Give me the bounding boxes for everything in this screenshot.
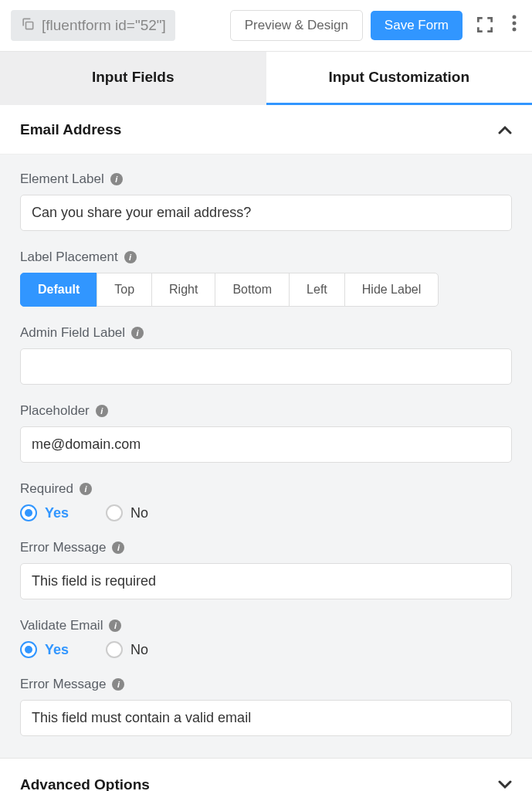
label-placement-segments: Default Top Right Bottom Left Hide Label (20, 273, 512, 307)
error-message-required-input[interactable] (20, 563, 512, 599)
validate-email-radio-group: Yes No (20, 641, 512, 658)
required-no-option[interactable]: No (106, 504, 148, 521)
tab-bar: Input Fields Input Customization (0, 51, 532, 105)
info-icon[interactable]: i (112, 678, 124, 691)
copy-icon (20, 16, 36, 35)
segment-left[interactable]: Left (289, 273, 345, 307)
admin-field-label-text: Admin Field Label (20, 325, 125, 341)
error-message-label-text: Error Message (20, 540, 106, 555)
placeholder-label-text: Placeholder (20, 403, 90, 419)
error-message-email-input[interactable] (20, 700, 512, 736)
section-title: Email Address (20, 121, 121, 138)
svg-rect-0 (26, 22, 33, 29)
info-icon[interactable]: i (131, 327, 144, 339)
field-placeholder: Placeholder i (20, 403, 512, 463)
info-icon[interactable]: i (109, 620, 121, 632)
fullscreen-icon[interactable] (470, 10, 500, 42)
chevron-down-icon (498, 776, 512, 791)
radio-icon (106, 641, 123, 658)
radio-icon (20, 641, 37, 658)
validate-email-no-option[interactable]: No (106, 641, 148, 658)
info-icon[interactable]: i (96, 405, 108, 417)
header-toolbar: [fluentform id="52"] Preview & Design Sa… (0, 0, 532, 51)
required-no-label: No (130, 505, 148, 521)
element-label-text: Element Label (20, 171, 104, 187)
validate-email-label-text: Validate Email (20, 618, 103, 633)
tab-input-fields[interactable]: Input Fields (0, 52, 266, 105)
more-options-icon[interactable] (507, 9, 521, 42)
section-header-email[interactable]: Email Address (0, 105, 532, 154)
svg-point-2 (513, 22, 517, 25)
field-required: Required i Yes No (20, 481, 512, 521)
customization-panel: Element Label i Label Placement i Defaul… (0, 154, 532, 758)
info-icon[interactable]: i (80, 483, 92, 495)
field-admin-label: Admin Field Label i (20, 325, 512, 385)
svg-point-1 (513, 15, 517, 19)
section-header-advanced[interactable]: Advanced Options (0, 758, 532, 791)
required-yes-label: Yes (45, 505, 69, 521)
advanced-options-title: Advanced Options (20, 776, 150, 792)
validate-email-no-label: No (130, 642, 148, 658)
validate-email-yes-option[interactable]: Yes (20, 641, 69, 658)
radio-icon (20, 504, 37, 521)
required-label-text: Required (20, 481, 73, 497)
preview-design-button[interactable]: Preview & Design (230, 10, 363, 41)
label-placement-text: Label Placement (20, 250, 118, 265)
field-error-message-email: Error Message i (20, 677, 512, 736)
segment-right[interactable]: Right (151, 273, 215, 307)
segment-default[interactable]: Default (20, 273, 97, 307)
placeholder-input[interactable] (20, 426, 512, 463)
svg-point-3 (513, 28, 517, 32)
field-validate-email: Validate Email i Yes No (20, 618, 512, 658)
chevron-up-icon (498, 121, 512, 138)
info-icon[interactable]: i (112, 541, 124, 554)
segment-bottom[interactable]: Bottom (215, 273, 290, 307)
save-form-button[interactable]: Save Form (371, 11, 463, 40)
required-yes-option[interactable]: Yes (20, 504, 69, 521)
element-label-input[interactable] (20, 195, 512, 231)
segment-top[interactable]: Top (97, 273, 152, 307)
segment-hide-label[interactable]: Hide Label (344, 273, 439, 307)
validate-email-yes-label: Yes (45, 642, 69, 658)
tab-input-customization[interactable]: Input Customization (266, 52, 533, 105)
info-icon[interactable]: i (124, 251, 137, 263)
radio-icon (106, 504, 123, 521)
field-element-label: Element Label i (20, 171, 512, 231)
shortcode-text: [fluentform id="52"] (42, 17, 166, 34)
required-radio-group: Yes No (20, 504, 512, 521)
field-label-placement: Label Placement i Default Top Right Bott… (20, 250, 512, 307)
shortcode-display[interactable]: [fluentform id="52"] (11, 10, 175, 41)
error-message-email-label-text: Error Message (20, 677, 106, 692)
field-error-message-required: Error Message i (20, 540, 512, 599)
admin-field-label-input[interactable] (20, 348, 512, 385)
info-icon[interactable]: i (110, 173, 123, 185)
